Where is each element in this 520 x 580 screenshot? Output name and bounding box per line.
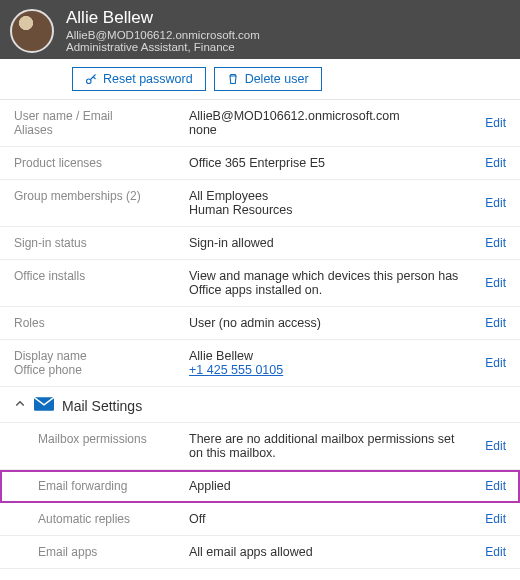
- row-roles: Roles User (no admin access) Edit: [0, 307, 520, 340]
- row-automatic-replies: Automatic replies Off Edit: [0, 503, 520, 536]
- label-office-installs: Office installs: [14, 269, 189, 283]
- edit-signin-status[interactable]: Edit: [485, 236, 506, 250]
- row-username-email: User name / Email Aliases AllieB@MOD1066…: [0, 100, 520, 147]
- row-mailbox-permissions: Mailbox permissions There are no additio…: [0, 423, 520, 470]
- label-roles: Roles: [14, 316, 189, 330]
- user-header-text: Allie Bellew AllieB@MOD106612.onmicrosof…: [66, 8, 260, 53]
- value-email-apps: All email apps allowed: [189, 545, 462, 559]
- label-email-apps: Email apps: [14, 545, 189, 559]
- edit-username-email[interactable]: Edit: [485, 116, 506, 130]
- label-signin-status: Sign-in status: [14, 236, 189, 250]
- avatar: [10, 9, 54, 53]
- row-signin-status: Sign-in status Sign-in allowed Edit: [0, 227, 520, 260]
- user-email: AllieB@MOD106612.onmicrosoft.com: [66, 29, 260, 41]
- label-display-name: Display name Office phone: [14, 349, 189, 377]
- delete-user-label: Delete user: [245, 72, 309, 86]
- edit-office-installs[interactable]: Edit: [485, 276, 506, 290]
- user-name: Allie Bellew: [66, 8, 260, 28]
- label-username-email: User name / Email Aliases: [14, 109, 189, 137]
- mail-settings-header[interactable]: Mail Settings: [0, 387, 520, 423]
- user-header: Allie Bellew AllieB@MOD106612.onmicrosof…: [0, 0, 520, 59]
- mail-settings-title: Mail Settings: [62, 398, 142, 414]
- edit-display-name[interactable]: Edit: [485, 356, 506, 370]
- value-email-forwarding: Applied: [189, 479, 462, 493]
- value-automatic-replies: Off: [189, 512, 462, 526]
- edit-group-memberships[interactable]: Edit: [485, 196, 506, 210]
- value-mailbox-permissions: There are no additional mailbox permissi…: [189, 432, 462, 460]
- edit-mailbox-permissions[interactable]: Edit: [485, 439, 506, 453]
- edit-email-forwarding[interactable]: Edit: [485, 479, 506, 493]
- value-roles: User (no admin access): [189, 316, 462, 330]
- edit-product-licenses[interactable]: Edit: [485, 156, 506, 170]
- label-email-forwarding: Email forwarding: [14, 479, 189, 493]
- label-product-licenses: Product licenses: [14, 156, 189, 170]
- reset-password-label: Reset password: [103, 72, 193, 86]
- row-group-memberships: Group memberships (2) All Employees Huma…: [0, 180, 520, 227]
- mail-icon: [34, 397, 54, 414]
- edit-roles[interactable]: Edit: [485, 316, 506, 330]
- row-product-licenses: Product licenses Office 365 Enterprise E…: [0, 147, 520, 180]
- edit-email-apps[interactable]: Edit: [485, 545, 506, 559]
- delete-user-button[interactable]: Delete user: [214, 67, 322, 91]
- chevron-up-icon: [14, 398, 26, 413]
- row-office-installs: Office installs View and manage which de…: [0, 260, 520, 307]
- value-signin-status: Sign-in allowed: [189, 236, 462, 250]
- reset-password-button[interactable]: Reset password: [72, 67, 206, 91]
- value-display-name: Allie Bellew +1 425 555 0105: [189, 349, 462, 377]
- label-mailbox-permissions: Mailbox permissions: [14, 432, 189, 446]
- key-icon: [85, 73, 97, 85]
- user-role: Administrative Assistant, Finance: [66, 41, 260, 53]
- label-group-memberships: Group memberships (2): [14, 189, 189, 203]
- value-product-licenses: Office 365 Enterprise E5: [189, 156, 462, 170]
- row-display-name: Display name Office phone Allie Bellew +…: [0, 340, 520, 387]
- value-office-installs: View and manage which devices this perso…: [189, 269, 462, 297]
- office-phone-link[interactable]: +1 425 555 0105: [189, 363, 462, 377]
- edit-automatic-replies[interactable]: Edit: [485, 512, 506, 526]
- row-email-apps: Email apps All email apps allowed Edit: [0, 536, 520, 569]
- action-bar: Reset password Delete user: [0, 59, 520, 100]
- row-email-forwarding: Email forwarding Applied Edit: [0, 470, 520, 503]
- value-username-email: AllieB@MOD106612.onmicrosoft.com none: [189, 109, 462, 137]
- trash-icon: [227, 73, 239, 85]
- row-more-settings: More settings Edit Exchange properties: [0, 569, 520, 580]
- label-automatic-replies: Automatic replies: [14, 512, 189, 526]
- value-group-memberships: All Employees Human Resources: [189, 189, 462, 217]
